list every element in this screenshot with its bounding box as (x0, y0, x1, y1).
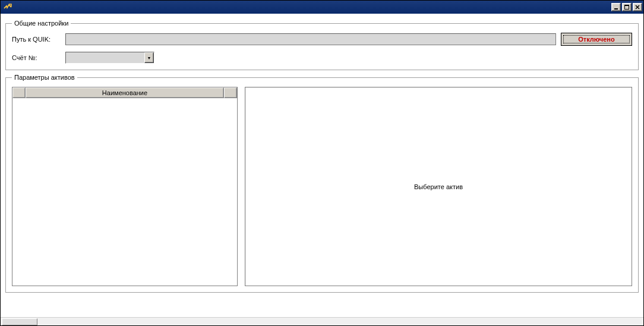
general-settings-legend: Общие настройки (12, 20, 71, 27)
titlebar (1, 1, 643, 14)
asset-detail-placeholder: Выберите актив (414, 183, 463, 190)
connection-status-label: Отключено (563, 35, 630, 43)
chevron-down-icon[interactable]: ▼ (144, 52, 154, 63)
quik-path-row: Путь к QUIK: Отключено (12, 33, 632, 46)
assets-body: Наименование Выберите актив (12, 87, 632, 286)
asset-params-legend: Параметры активов (12, 74, 77, 81)
quik-path-input[interactable] (65, 33, 556, 45)
svg-rect-0 (614, 8, 618, 10)
close-button[interactable] (633, 3, 642, 11)
quik-path-label: Путь к QUIK: (12, 36, 65, 43)
connection-status-button[interactable]: Отключено (561, 33, 632, 46)
account-label: Счёт №: (12, 54, 65, 61)
asset-params-group: Параметры активов Наименование Выберите … (5, 74, 639, 293)
grid-header-end[interactable] (224, 87, 237, 98)
account-combo-value (66, 52, 144, 63)
assets-grid-body[interactable] (12, 98, 237, 286)
account-combo[interactable]: ▼ (65, 52, 154, 64)
statusbar-panel (2, 318, 37, 325)
maximize-button[interactable] (622, 3, 632, 11)
assets-grid-header: Наименование (12, 87, 237, 98)
app-window: Общие настройки Путь к QUIK: Отключено С… (0, 0, 644, 326)
statusbar (1, 317, 643, 325)
assets-grid[interactable]: Наименование (12, 87, 238, 286)
account-row: Счёт №: ▼ (12, 52, 632, 64)
asset-detail-panel: Выберите актив (245, 87, 632, 286)
svg-rect-2 (624, 5, 629, 6)
client-area: Общие настройки Путь к QUIK: Отключено С… (1, 14, 643, 316)
minimize-button[interactable] (611, 3, 621, 11)
window-buttons (610, 3, 642, 11)
app-icon (3, 2, 12, 12)
grid-header-selector[interactable] (12, 87, 26, 98)
grid-header-name[interactable]: Наименование (26, 87, 224, 98)
general-settings-group: Общие настройки Путь к QUIK: Отключено С… (5, 20, 639, 70)
